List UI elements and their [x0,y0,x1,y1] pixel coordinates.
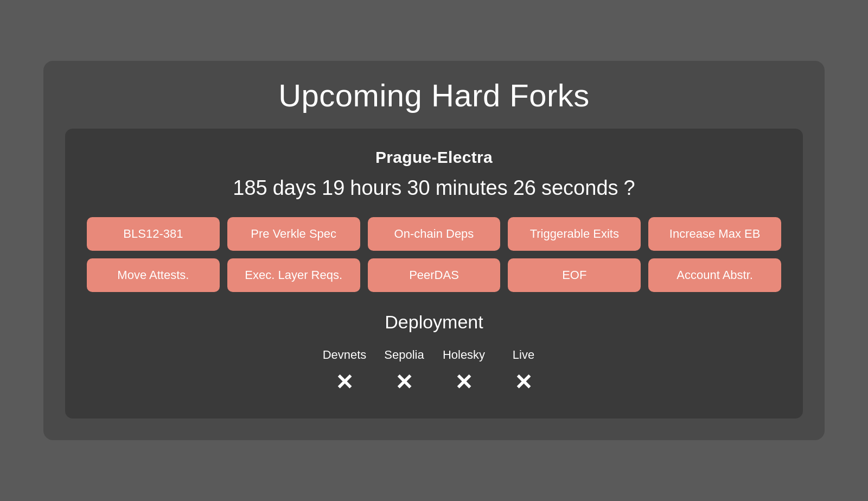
feature-triggerable-exits[interactable]: Triggerable Exits [508,217,641,251]
deployment-devnets-value: ✕ [335,370,354,395]
deployment-col-live: Live ✕ [494,348,553,395]
deployment-live-value: ✕ [514,370,533,395]
countdown-seconds-label: seconds [541,176,618,200]
deployment-sepolia-header: Sepolia [384,348,424,362]
inner-card: Prague-Electra 185 days 19 hours 30 minu… [65,129,803,418]
feature-account-abstr[interactable]: Account Abstr. [648,258,781,292]
deployment-sepolia-value: ✕ [395,370,413,395]
features-grid: BLS12-381 Pre Verkle Spec On-chain Deps … [87,217,781,292]
feature-pre-verkle-spec[interactable]: Pre Verkle Spec [227,217,360,251]
deployment-holesky-value: ✕ [455,370,473,395]
deployment-devnets-header: Devnets [323,348,367,362]
page-title: Upcoming Hard Forks [65,77,803,113]
countdown-days-label: days [273,176,316,200]
feature-move-attests[interactable]: Move Attests. [87,258,220,292]
countdown-hours-number: 19 [322,176,344,200]
features-row-1: BLS12-381 Pre Verkle Spec On-chain Deps … [87,217,781,251]
feature-eof[interactable]: EOF [508,258,641,292]
outer-container: Upcoming Hard Forks Prague-Electra 185 d… [43,61,825,440]
deployment-section: Deployment Devnets ✕ Sepolia ✕ Holesky ✕… [87,312,781,395]
countdown-seconds-number: 26 [513,176,536,200]
countdown: 185 days 19 hours 30 minutes 26 seconds … [87,176,781,200]
feature-exec-layer-reqs[interactable]: Exec. Layer Reqs. [227,258,360,292]
countdown-hours-label: hours [350,176,401,200]
feature-bls12381[interactable]: BLS12-381 [87,217,220,251]
deployment-col-devnets: Devnets ✕ [315,348,374,395]
deployment-holesky-header: Holesky [443,348,485,362]
countdown-minutes-number: 30 [407,176,430,200]
countdown-unknown: ? [624,176,635,200]
countdown-minutes-label: minutes [436,176,508,200]
deployment-col-sepolia: Sepolia ✕ [374,348,434,395]
fork-name: Prague-Electra [87,148,781,167]
deployment-table: Devnets ✕ Sepolia ✕ Holesky ✕ Live ✕ [87,348,781,395]
deployment-title: Deployment [87,312,781,333]
feature-increase-max-eb[interactable]: Increase Max EB [648,217,781,251]
features-row-2: Move Attests. Exec. Layer Reqs. PeerDAS … [87,258,781,292]
feature-peerdas[interactable]: PeerDAS [368,258,501,292]
deployment-col-holesky: Holesky ✕ [434,348,494,395]
countdown-days-number: 185 [233,176,267,200]
feature-on-chain-deps[interactable]: On-chain Deps [368,217,501,251]
deployment-live-header: Live [513,348,534,362]
